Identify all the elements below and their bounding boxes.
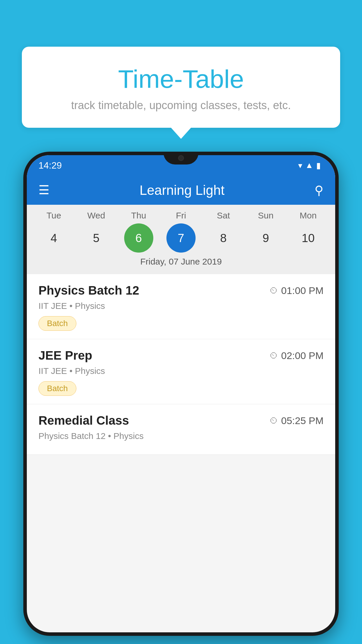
schedule-item-2[interactable]: JEE Prep ⏲ 02:00 PM IIT JEE • Physics Ba… bbox=[27, 339, 335, 404]
schedule-item-1[interactable]: Physics Batch 12 ⏲ 01:00 PM IIT JEE • Ph… bbox=[27, 274, 335, 339]
schedule-item-3-time-text: 05:25 PM bbox=[281, 415, 324, 426]
schedule-item-1-title: Physics Batch 12 bbox=[38, 284, 139, 298]
day-header-tue: Tue bbox=[39, 211, 68, 220]
day-header-sat: Sat bbox=[209, 211, 238, 220]
day-numbers: 4 5 6 7 8 9 10 bbox=[27, 223, 335, 253]
status-icons: ▾ ▲ ▮ bbox=[298, 161, 321, 170]
schedule-item-2-subtitle: IIT JEE • Physics bbox=[38, 366, 324, 376]
day-7-selected[interactable]: 7 bbox=[166, 223, 196, 253]
schedule-item-1-header: Physics Batch 12 ⏲ 01:00 PM bbox=[38, 284, 324, 298]
status-time: 14:29 bbox=[38, 160, 62, 171]
schedule-item-2-time: ⏲ 02:00 PM bbox=[269, 350, 324, 361]
bubble-title: Time-Table bbox=[34, 64, 328, 94]
schedule-item-3-time: ⏲ 05:25 PM bbox=[269, 415, 324, 426]
phone-camera bbox=[178, 155, 184, 161]
day-header-wed: Wed bbox=[82, 211, 111, 220]
clock-icon-3: ⏲ bbox=[269, 416, 278, 426]
bubble-subtitle: track timetable, upcoming classes, tests… bbox=[34, 99, 328, 112]
schedule-item-1-time-text: 01:00 PM bbox=[281, 285, 324, 296]
schedule-item-3-header: Remedial Class ⏲ 05:25 PM bbox=[38, 414, 324, 428]
calendar-strip: Tue Wed Thu Fri Sat Sun Mon 4 5 6 7 8 9 … bbox=[27, 205, 335, 274]
day-header-sun: Sun bbox=[251, 211, 280, 220]
phone-screen: 14:29 ▾ ▲ ▮ ☰ Learning Light ⚲ Tue Wed T… bbox=[27, 155, 335, 632]
day-5[interactable]: 5 bbox=[82, 223, 111, 253]
day-9[interactable]: 9 bbox=[251, 223, 280, 253]
schedule-item-2-time-text: 02:00 PM bbox=[281, 350, 324, 361]
schedule-item-1-time: ⏲ 01:00 PM bbox=[269, 285, 324, 296]
day-header-fri: Fri bbox=[166, 211, 196, 220]
schedule-item-3-subtitle: Physics Batch 12 • Physics bbox=[38, 431, 324, 441]
app-bar: ☰ Learning Light ⚲ bbox=[27, 176, 335, 205]
schedule-item-3-title: Remedial Class bbox=[38, 414, 129, 428]
day-6-today[interactable]: 6 bbox=[124, 223, 153, 253]
app-bar-title: Learning Light bbox=[58, 182, 306, 198]
day-headers: Tue Wed Thu Fri Sat Sun Mon bbox=[27, 211, 335, 220]
schedule-item-3[interactable]: Remedial Class ⏲ 05:25 PM Physics Batch … bbox=[27, 404, 335, 455]
wifi-icon: ▾ bbox=[298, 161, 302, 170]
day-4[interactable]: 4 bbox=[39, 223, 68, 253]
schedule-item-2-title: JEE Prep bbox=[38, 349, 92, 363]
batch-badge-2: Batch bbox=[38, 381, 76, 396]
day-8[interactable]: 8 bbox=[209, 223, 238, 253]
schedule-item-2-header: JEE Prep ⏲ 02:00 PM bbox=[38, 349, 324, 363]
day-header-mon: Mon bbox=[294, 211, 323, 220]
day-10[interactable]: 10 bbox=[294, 223, 323, 253]
hamburger-icon[interactable]: ☰ bbox=[38, 184, 50, 196]
clock-icon-1: ⏲ bbox=[269, 286, 278, 295]
phone-wrapper: 14:29 ▾ ▲ ▮ ☰ Learning Light ⚲ Tue Wed T… bbox=[23, 152, 339, 644]
selected-date-label: Friday, 07 June 2019 bbox=[27, 253, 335, 271]
search-icon[interactable]: ⚲ bbox=[314, 183, 324, 197]
schedule-list: Physics Batch 12 ⏲ 01:00 PM IIT JEE • Ph… bbox=[27, 274, 335, 455]
schedule-item-1-subtitle: IIT JEE • Physics bbox=[38, 301, 324, 311]
batch-badge-1: Batch bbox=[38, 316, 76, 331]
signal-icon: ▲ bbox=[305, 161, 313, 170]
day-header-thu: Thu bbox=[124, 211, 153, 220]
phone-outer: 14:29 ▾ ▲ ▮ ☰ Learning Light ⚲ Tue Wed T… bbox=[23, 152, 339, 636]
clock-icon-2: ⏲ bbox=[269, 351, 278, 360]
speech-bubble: Time-Table track timetable, upcoming cla… bbox=[22, 47, 340, 128]
battery-icon: ▮ bbox=[316, 161, 321, 170]
phone-notch bbox=[164, 152, 198, 164]
